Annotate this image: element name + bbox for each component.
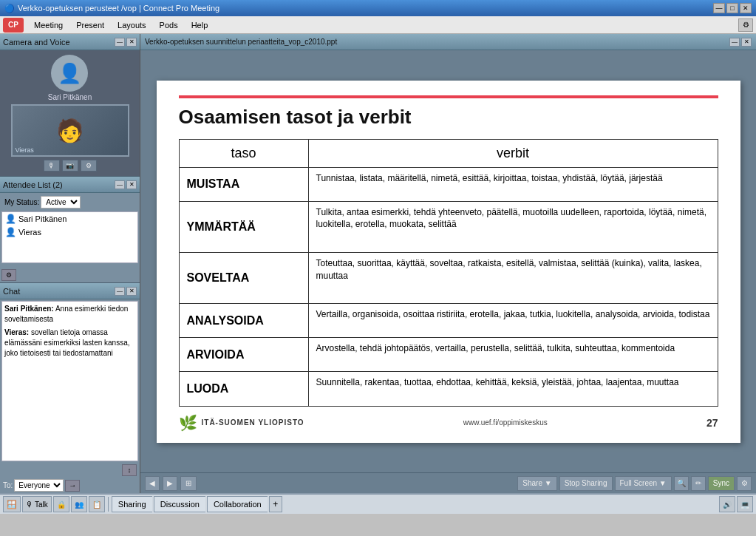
status-dropdown-area: My Status: Active: [1, 194, 138, 210]
tab-bar-left: 🪟 🎙 Talk 🔒 👥 📋 Sharing Discussion Collab…: [3, 496, 282, 512]
slide-table: taso verbit MUISTAA Tunnistaa, listata, …: [179, 139, 718, 407]
minimize-button[interactable]: —: [713, 3, 725, 13]
left-panel: Camera and Voice — ✕ 👤 Sari Pitkänen 🧑 V…: [0, 34, 140, 493]
slide: Osaamisen tasot ja verbit taso verbit MU…: [157, 81, 740, 443]
chat-resize-area: ↕: [0, 463, 140, 478]
app-logo: CP: [3, 18, 24, 33]
talk-label: Talk: [35, 501, 48, 509]
share-label: Share ▼: [522, 479, 551, 487]
chat-panel-controls[interactable]: — ✕: [115, 287, 137, 296]
nav-slide-view-btn[interactable]: ⊞: [180, 476, 197, 491]
share-btn[interactable]: Share ▼: [517, 476, 556, 491]
presentation-title: Verkko-opetuksen suunnittelun periaattei…: [145, 38, 337, 46]
attendee-list: 👤 Sari Pitkänen 👤 Vieras: [1, 211, 138, 263]
stop-sharing-btn[interactable]: Stop Sharing: [559, 476, 613, 491]
verbs-muistaa: Tunnistaa, listata, määritellä, nimetä, …: [308, 167, 718, 201]
logo-icon: 🌿: [179, 414, 197, 432]
slide-top-line: [179, 95, 718, 98]
tab-bar: 🪟 🎙 Talk 🔒 👥 📋 Sharing Discussion Collab…: [0, 493, 756, 514]
chat-panel-title: Chat: [3, 287, 20, 296]
camera-panel-controls[interactable]: — ✕: [115, 38, 137, 47]
camera-voice-panel: Camera and Voice — ✕ 👤 Sari Pitkänen 🧑 V…: [0, 34, 140, 176]
tab-sharing-label: Sharing: [118, 500, 146, 509]
cam-btn-2[interactable]: 📷: [62, 160, 78, 172]
pres-ctrl-btns[interactable]: — ✕: [729, 38, 752, 47]
table-header-level: taso: [179, 139, 308, 167]
menu-layouts[interactable]: Layouts: [112, 19, 152, 31]
tab-add-btn[interactable]: +: [269, 496, 282, 512]
maximize-button[interactable]: □: [726, 3, 738, 13]
avatar: 👤: [51, 55, 88, 92]
nav-icon-btn-2[interactable]: ✏: [691, 476, 706, 491]
table-row: MUISTAA Tunnistaa, listata, määritellä, …: [179, 167, 718, 201]
menu-pods[interactable]: Pods: [154, 19, 184, 31]
full-screen-btn[interactable]: Full Screen ▼: [615, 476, 672, 491]
nav-right: Share ▼ Stop Sharing Full Screen ▼ 🔍 ✏ S…: [517, 476, 752, 491]
tb-right-btn-2[interactable]: 💻: [737, 496, 753, 512]
start-icon: 🪟: [7, 500, 17, 509]
main-area: Camera and Voice — ✕ 👤 Sari Pitkänen 🧑 V…: [0, 34, 756, 493]
table-header-verbs: verbit: [308, 139, 718, 167]
pres-minimize-btn[interactable]: —: [729, 38, 740, 47]
user-name: Sari Pitkänen: [48, 93, 92, 101]
extra-btn[interactable]: 📋: [89, 496, 105, 512]
camera-close-btn[interactable]: ✕: [126, 38, 137, 47]
verbs-analysoida: Vertailla, organisoida, osoittaa ristiri…: [308, 304, 718, 338]
slide-url: www.uef.fi/oppimiskeskus: [463, 418, 548, 427]
lock-btn[interactable]: 🔒: [53, 496, 69, 512]
attendee-minimize-btn[interactable]: —: [115, 180, 125, 189]
camera-controls[interactable]: 🎙 📷 ⚙: [44, 160, 97, 172]
chat-close-btn[interactable]: ✕: [126, 287, 137, 296]
chat-minimize-btn[interactable]: —: [115, 287, 125, 296]
cam-btn-1[interactable]: 🎙: [44, 160, 60, 172]
title-bar-title: 🔵 Verkko-opetuksen perusteet /vop | Conn…: [4, 4, 219, 13]
start-button[interactable]: 🪟: [3, 496, 21, 512]
camera-area: 👤 Sari Pitkänen 🧑 Vieras 🎙 📷 ⚙: [0, 50, 140, 176]
title-bar-controls[interactable]: — □ ✕: [713, 3, 752, 13]
tb-right-btn-1[interactable]: 🔊: [719, 496, 735, 512]
tab-discussion[interactable]: Discussion: [154, 496, 205, 512]
nav-bar: ◀ ▶ ⊞ Share ▼ Stop Sharing Full Screen ▼…: [140, 472, 756, 493]
sync-btn[interactable]: Sync: [708, 476, 735, 491]
nav-back-btn[interactable]: ◀: [145, 476, 160, 491]
status-select[interactable]: Active: [41, 196, 81, 208]
sync-label: Sync: [713, 479, 729, 487]
table-row: ARVIOIDA Arvostella, tehdä johtopäätös, …: [179, 338, 718, 372]
menu-right-area: ⚙: [738, 18, 753, 32]
chat-footer: To: Everyone →: [0, 478, 140, 493]
tab-collaboration[interactable]: Collaboration: [207, 496, 268, 512]
status-label: My Status:: [4, 198, 39, 206]
tab-sharing[interactable]: Sharing: [112, 496, 152, 512]
title-text: Verkko-opetuksen perusteet /vop | Connec…: [18, 4, 219, 13]
attendee-settings-btn[interactable]: ⚙: [1, 269, 16, 281]
chat-send-btn[interactable]: →: [65, 480, 80, 492]
menu-meeting[interactable]: Meeting: [28, 19, 69, 31]
nav-forward-btn[interactable]: ▶: [163, 476, 177, 491]
list-item: 👤 Vieras: [2, 225, 137, 239]
presentation-area: Verkko-opetuksen suunnittelun periaattei…: [140, 34, 756, 493]
nav-settings-btn[interactable]: ⚙: [737, 476, 752, 491]
table-row: ANALYSOIDA Vertailla, organisoida, osoit…: [179, 304, 718, 338]
attendee-close-btn[interactable]: ✕: [126, 180, 137, 189]
menu-bar: CP Meeting Present Layouts Pods Help ⚙: [0, 16, 756, 34]
attendee-panel-controls[interactable]: — ✕: [115, 180, 137, 189]
attendee-panel: Attendee List (2) — ✕ My Status: Active …: [0, 176, 140, 282]
close-button[interactable]: ✕: [740, 3, 752, 13]
menu-help[interactable]: Help: [185, 19, 214, 31]
attendee-panel-title: Attendee List (2): [3, 180, 63, 189]
nav-icon-btn-1[interactable]: 🔍: [674, 476, 689, 491]
chat-to-select[interactable]: Everyone: [14, 479, 64, 492]
table-row: LUODA Suunnitella, rakentaa, tuottaa, eh…: [179, 372, 718, 406]
camera-minimize-btn[interactable]: —: [115, 38, 125, 47]
cam-btn-3[interactable]: ⚙: [81, 160, 97, 172]
menu-right-button[interactable]: ⚙: [738, 18, 753, 32]
slide-container: Osaamisen tasot ja verbit taso verbit MU…: [140, 50, 756, 472]
chat-resize-btn[interactable]: ↕: [122, 464, 137, 476]
talk-btn[interactable]: 🎙 Talk: [22, 496, 52, 512]
verbs-luoda: Suunnitella, rakentaa, tuottaa, ehdottaa…: [308, 372, 718, 406]
people-btn[interactable]: 👥: [71, 496, 87, 512]
level-luoda: LUODA: [179, 372, 308, 406]
menu-present[interactable]: Present: [70, 19, 110, 31]
pres-close-btn[interactable]: ✕: [741, 38, 752, 47]
attendee-icon-2: 👤: [5, 227, 16, 237]
